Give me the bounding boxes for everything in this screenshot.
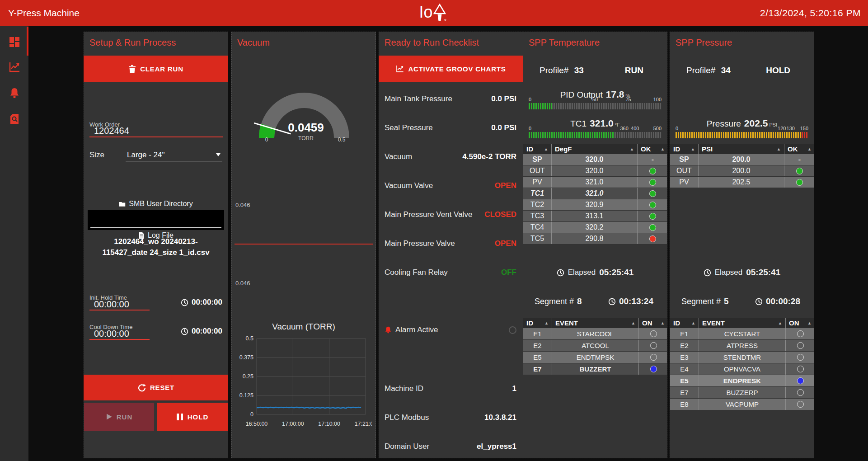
cool-down-input[interactable]: 00:00:00 [94,329,129,339]
table-sort-header[interactable]: ID▲ [670,144,699,154]
segment-number: Segment #5 [681,296,729,306]
profile-state-row: Profile# 33 RUN [540,65,643,76]
table-cell-status [638,211,668,221]
table-row[interactable]: E1STARCOOL [523,328,667,340]
table-sort-header[interactable]: EVENT▲ [552,318,639,328]
table-row[interactable]: TC1321.0 [523,188,667,199]
bargraph-tick-label: 360 [620,126,628,131]
segment-label: Segment # [681,297,721,306]
profile-number: Profile# 34 [686,66,731,75]
table-cell-status [638,165,668,176]
hold-button[interactable]: HOLD [157,403,228,431]
reset-button[interactable]: RESET [84,375,228,400]
info-label: Domain User [385,442,429,451]
sidebar-item-alarms[interactable] [0,82,28,104]
table-row[interactable]: E7BUZZERT [523,363,667,375]
table-cell-status [639,328,668,339]
svg-text:16:50:00: 16:50:00 [246,421,268,427]
table-row[interactable]: E7BUZZERP [670,387,814,399]
table-cell-status [786,328,815,339]
clock-icon [755,298,763,306]
alarm-active-row: Alarm Active [385,325,516,335]
clear-run-button[interactable]: CLEAR RUN [84,56,228,82]
size-select[interactable]: Large - 24" [127,151,165,160]
checklist-label: Main Pressure Vent Valve [385,210,472,219]
svg-text:0.125: 0.125 [239,392,253,399]
table-cell-value: ENDPRESK [699,375,786,386]
table-row[interactable]: E8VACPUMP [670,399,814,410]
table-header-row: ID▲DegF▲OK▲ [523,144,667,154]
logo-text: Io [419,3,432,21]
table-cell-status: - [638,154,668,165]
table-row[interactable]: E3STENDTMR [670,352,814,363]
table-cell-value: BUZZERP [699,387,786,398]
table-row[interactable]: E5ENDTMPSK [523,352,667,363]
bargraph-track [529,132,662,138]
init-hold-input[interactable]: 00:00:00 [94,299,129,310]
checklist-label: Vacuum [385,152,412,161]
elapsed-value: 05:25:41 [599,268,633,278]
panel-title: SPP Pressure [676,38,732,48]
bargraph-tick-label: 0 [529,97,531,102]
hold-state-badge: HOLD [766,66,790,75]
table-row[interactable]: OUT200.0 [670,165,814,177]
segment-value: 8 [577,296,582,306]
table-sort-header[interactable]: ON▲ [786,318,815,328]
work-order-underline [89,136,223,137]
bargraph-scale: 05075100 [529,97,662,103]
smb-input-underline [90,227,221,228]
table-row[interactable]: PV202.5 [670,177,814,188]
checklist-value: CLOSED [484,210,516,219]
table-cell-status [784,177,815,188]
table-row[interactable]: E2ATPRESS [670,340,814,352]
vacuum-panel: Vacuum 0.0459TORR00.5 0.046 0.046 Vacuum… [231,32,376,458]
svg-text:17:21:00: 17:21:00 [355,421,372,427]
cool-down-underline [89,339,150,340]
table-row[interactable]: OUT320.0 [523,165,667,177]
table-row[interactable]: E1CYCSTART [670,328,814,340]
table-sort-header[interactable]: PSI▲ [699,144,784,154]
pid-output-bargraph: 05075100 [529,97,662,109]
sidebar-item-trends[interactable] [0,56,28,78]
segment-value: 5 [724,296,729,306]
table-cell-value: 320.2 [552,222,638,233]
smb-directory-input[interactable] [88,210,224,230]
vacuum-readout-bottom: 0.046 [235,280,250,287]
table-row[interactable]: TC2320.9 [523,199,667,211]
table-row[interactable]: TC3313.1 [523,211,667,222]
activate-groov-charts-button[interactable]: ACTIVATE GROOV CHARTS [379,56,523,82]
activate-groov-charts-label: ACTIVATE GROOV CHARTS [408,65,506,73]
table-sort-header[interactable]: ON▲ [639,318,668,328]
work-order-input[interactable]: 1202464 [94,126,129,136]
table-sort-header[interactable]: ID▲ [523,144,552,154]
status-led [650,330,657,337]
bargraph-fill [529,103,552,109]
table-sort-header[interactable]: EVENT▲ [699,318,786,328]
status-led [649,202,656,208]
table-cell-status [639,363,668,375]
table-row[interactable]: TC4320.2 [523,222,667,233]
table-sort-header[interactable]: ID▲ [523,318,552,328]
sidebar-item-event-log[interactable] [0,108,28,130]
table-cell-value: STARCOOL [552,328,639,339]
table-row[interactable]: E5ENDPRESK [670,375,814,387]
table-row[interactable]: SP320.0- [523,154,667,165]
clock-icon [557,269,564,277]
table-sort-header[interactable]: OK▲ [638,144,668,154]
table-sort-header[interactable]: ID▲ [670,318,699,328]
table-row[interactable]: PV321.0 [523,177,667,188]
table-row[interactable]: E4OPNVACVA [670,363,814,375]
table-sort-header[interactable]: OK▲ [784,144,815,154]
sidebar-item-dashboard[interactable] [0,31,28,53]
svg-text:0.0459: 0.0459 [288,121,324,134]
profile-label: Profile# [686,66,715,75]
table-cell-id: E7 [670,387,699,398]
run-button[interactable]: RUN [84,403,154,431]
table-sort-header[interactable]: DegF▲ [552,144,638,154]
table-row[interactable]: SP200.0- [670,154,814,165]
table-cell-status [638,177,668,188]
iot-logo: Io [419,3,446,21]
table-row[interactable]: TC5290.8 [523,233,667,245]
table-row[interactable]: E2ATCOOL [523,340,667,352]
cool-down-timer: 00:00:00 [181,327,222,336]
